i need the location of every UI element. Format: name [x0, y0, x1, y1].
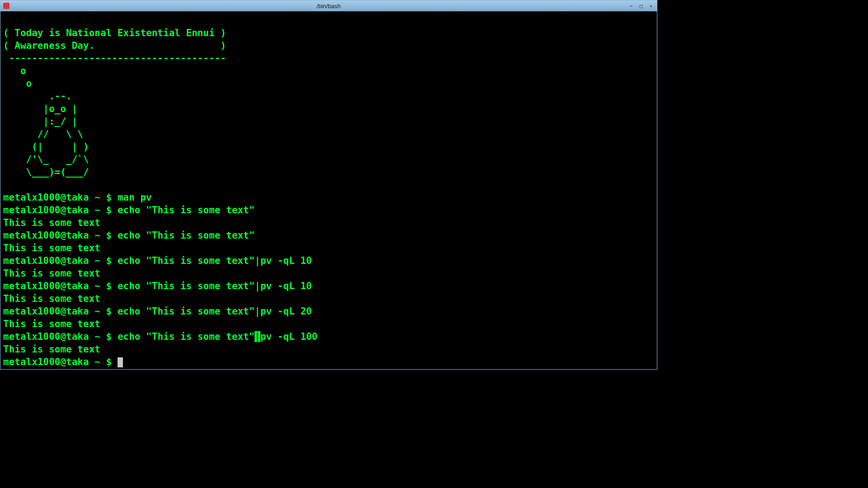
- command-text: pv -qL 100: [260, 331, 317, 342]
- terminal-content[interactable]: ( Today is National Existential Ennui ) …: [0, 11, 657, 371]
- prompt-path: ~ $: [89, 281, 118, 291]
- prompt-user-host: metalx1000@taka: [3, 281, 89, 291]
- command-text: echo "This is some text"|pv -qL 10: [118, 255, 312, 266]
- command-text: echo "This is some text"|pv -qL 20: [118, 306, 312, 317]
- highlighted-pipe: |: [255, 331, 260, 342]
- titlebar[interactable]: /bin/bash − □ ×: [0, 0, 657, 11]
- output-line: This is some text: [3, 319, 100, 329]
- app-icon: [3, 3, 9, 9]
- output-line: This is some text: [3, 243, 100, 253]
- prompt-path: ~ $: [89, 205, 118, 216]
- ascii-line: .--.: [3, 91, 72, 102]
- ascii-line: |:_/ |: [3, 116, 77, 127]
- prompt-path: ~ $: [89, 255, 118, 266]
- output-line: This is some text: [3, 293, 100, 304]
- prompt-user-host: metalx1000@taka: [3, 205, 89, 216]
- output-line: This is some text: [3, 268, 100, 279]
- prompt-user-host: metalx1000@taka: [3, 357, 89, 367]
- cursor: [118, 357, 123, 367]
- ascii-line: o: [3, 66, 26, 76]
- minimize-icon[interactable]: −: [627, 3, 635, 9]
- prompt-user-host: metalx1000@taka: [3, 255, 89, 266]
- prompt-user-host: metalx1000@taka: [3, 306, 89, 317]
- ascii-line: |o_o |: [3, 103, 77, 114]
- command-text: echo "This is some text": [118, 331, 255, 342]
- prompt-user-host: metalx1000@taka: [3, 230, 89, 241]
- blank-line: [3, 179, 9, 190]
- command-text: man pv: [118, 192, 152, 203]
- command-text: echo "This is some text"|pv -qL 10: [118, 281, 312, 291]
- ascii-line: --------------------------------------: [3, 53, 226, 64]
- ascii-line: o: [3, 78, 32, 89]
- ascii-line: ( Awareness Day. ): [3, 40, 226, 51]
- close-icon[interactable]: ×: [647, 3, 655, 9]
- prompt-path: ~ $: [89, 192, 118, 203]
- window-title: /bin/bash: [317, 3, 341, 9]
- ascii-line: ( Today is National Existential Ennui ): [3, 28, 226, 38]
- prompt-user-host: metalx1000@taka: [3, 192, 89, 203]
- terminal-window: /bin/bash − □ × ( Today is National Exis…: [0, 0, 657, 370]
- prompt-user-host: metalx1000@taka: [3, 331, 89, 342]
- maximize-icon[interactable]: □: [637, 3, 645, 9]
- prompt-path: ~ $: [89, 357, 118, 367]
- ascii-line: (| | ): [3, 141, 89, 152]
- ascii-line: // \ \: [3, 129, 83, 140]
- window-controls: − □ ×: [627, 3, 655, 9]
- output-line: This is some text: [3, 344, 100, 355]
- ascii-line: /'\_ _/`\: [3, 154, 89, 165]
- prompt-path: ~ $: [89, 230, 118, 241]
- output-line: This is some text: [3, 217, 100, 228]
- prompt-path: ~ $: [89, 306, 118, 317]
- command-text: echo "This is some text": [118, 205, 255, 216]
- prompt-path: ~ $: [89, 331, 118, 342]
- ascii-line: \___)=(___/: [3, 167, 89, 178]
- command-text: echo "This is some text": [118, 230, 255, 241]
